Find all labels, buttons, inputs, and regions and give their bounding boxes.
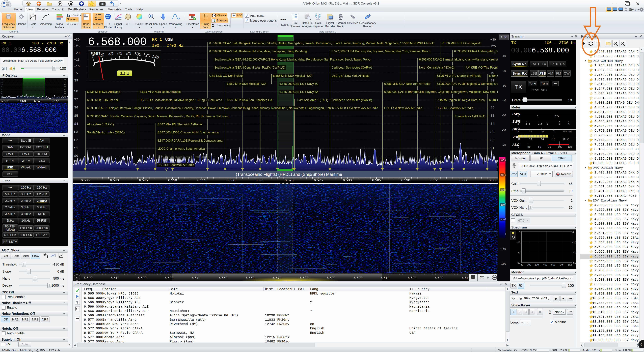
svg-text:40: 40: [108, 51, 113, 57]
svg-text:100: 100: [134, 51, 142, 57]
svg-text:120: 120: [142, 52, 150, 58]
svg-text:60: 60: [117, 51, 122, 56]
svg-text:0: 0: [91, 54, 95, 60]
svg-text:140: 140: [151, 53, 160, 60]
svg-text:20: 20: [99, 52, 105, 58]
svg-text:80: 80: [126, 51, 131, 56]
